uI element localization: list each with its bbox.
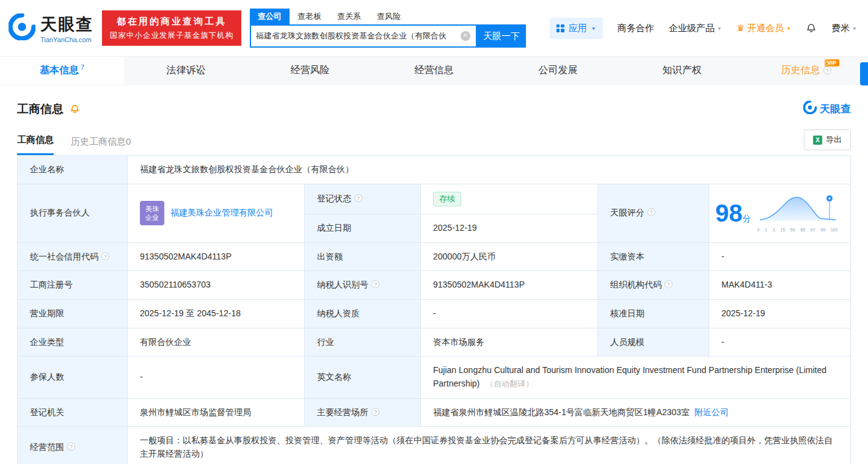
managing-partner-cell: 美珠 企业 福建美珠企业管理有限公司 <box>128 184 305 242</box>
search-tab-relation[interactable]: 查关系 <box>329 9 369 24</box>
status-badge: 存续 <box>433 192 461 206</box>
managing-partner-label: 执行事务合伙人 <box>18 184 128 242</box>
tab-basic-info[interactable]: 基本信息 7 <box>0 57 124 84</box>
credit-code-label: 统一社会信用代码? <box>18 242 128 271</box>
help-icon[interactable]: ? <box>101 252 109 260</box>
tab-operation-risk[interactable]: 经营风险 <box>248 57 372 84</box>
search-tabs: 查公司 查老板 查关系 查风险 <box>250 9 526 24</box>
tab-development-label: 公司发展 <box>539 64 578 77</box>
tab-history-label: 历史信息 <box>781 64 820 77</box>
partner-logo[interactable]: 美珠 企业 <box>140 201 164 225</box>
notifications-bell-icon[interactable] <box>806 22 817 34</box>
apps-label: 应用 <box>569 23 587 34</box>
help-icon[interactable]: ? <box>371 408 379 416</box>
score-cell: 98分 01315508 <box>709 184 851 242</box>
company-nav-tabs: 基本信息 7 法律诉讼 经营风险 经营信息 公司发展 知识产权 VIP 历史信息… <box>0 56 868 85</box>
search-box: × <box>250 24 477 48</box>
english-name-cell: Fujian Longzhu Cultural and Tourism Inno… <box>421 357 851 398</box>
address-label: 主要经营场所? <box>305 398 421 427</box>
company-name-value: 福建省龙珠文旅数创股权投资基金合伙企业（有限合伙） <box>128 156 851 184</box>
est-date-value: 2025-12-19 <box>421 214 598 242</box>
tab-history-info[interactable]: VIP 历史信息 ? <box>744 57 868 84</box>
approval-date-label: 核准日期 <box>598 299 709 328</box>
export-label: 导出 <box>826 134 842 145</box>
score-label: 天眼评分? <box>598 184 709 242</box>
org-code-label: 组织机构代码? <box>598 271 709 300</box>
table-row: 工商注册号 350502110653703 纳税人识别号? 91350502MA… <box>18 271 851 300</box>
export-button[interactable]: X 导出 <box>804 129 851 150</box>
nav-enterprise-products[interactable]: 企业级产品 ▼ <box>669 23 722 34</box>
partner-logo-line1: 美珠 <box>145 205 159 213</box>
staff-size-value: - <box>709 328 851 357</box>
help-icon[interactable]: ? <box>823 67 831 74</box>
help-icon[interactable]: ? <box>371 280 379 288</box>
tab-basic-info-label: 基本信息 <box>40 64 79 77</box>
help-icon[interactable]: ? <box>647 208 655 216</box>
help-icon[interactable]: ? <box>665 280 673 288</box>
top-right-nav: 应用 ▼ 商务合作 企业级产品 ▼ ♛ 开通会员 ▼ 费米 ▼ <box>550 18 857 39</box>
credit-code-label-text: 统一社会信用代码 <box>30 252 98 261</box>
tab-operation-label: 经营信息 <box>415 64 454 77</box>
tab-intellectual-property[interactable]: 知识产权 <box>620 57 744 84</box>
subtab-history-business-info[interactable]: 历史工商信息0 <box>71 136 131 155</box>
address-value: 福建省泉州市鲤城区温陵北路354-1号富临新天地商贸区1幢A2303室 <box>433 407 690 417</box>
business-scope-label: 经营范围? <box>18 427 128 464</box>
tab-ip-label: 知识产权 <box>663 64 702 77</box>
partner-logo-line2: 企业 <box>145 213 159 222</box>
tab-operation-info[interactable]: 经营信息 <box>372 57 496 84</box>
taxpayer-quality-value: - <box>421 299 598 328</box>
promo-line1: 都在用的商业查询工具 <box>117 16 227 27</box>
search-input[interactable] <box>251 32 461 41</box>
tab-company-development[interactable]: 公司发展 <box>496 57 620 84</box>
vip-badge: VIP <box>825 59 840 67</box>
search-tab-risk[interactable]: 查风险 <box>369 9 409 24</box>
user-menu[interactable]: 费米 ▼ <box>831 23 857 34</box>
watermark-logo-icon <box>803 101 817 117</box>
username-label: 费米 <box>831 23 850 34</box>
industry-value: 资本市场服务 <box>421 328 598 357</box>
table-row: 经营范围? 一般项目：以私募基金从事股权投资、投资管理、资产管理等活动（须在中国… <box>18 427 851 464</box>
nearby-companies-link[interactable]: 附近公司 <box>695 407 729 417</box>
est-date-label: 成立日期 <box>305 214 421 242</box>
reg-number-value: 350502110653703 <box>128 271 305 300</box>
apps-grid-icon <box>556 24 564 32</box>
apps-menu[interactable]: 应用 ▼ <box>550 18 603 39</box>
tab-legal-label: 法律诉讼 <box>167 64 206 77</box>
chevron-down-icon: ▼ <box>591 26 596 30</box>
tianyancha-watermark: 天眼查 <box>803 101 851 117</box>
help-icon[interactable]: ? <box>354 194 362 202</box>
promo-line2: 国家中小企业发展子基金旗下机构 <box>110 31 234 41</box>
help-icon[interactable]: ? <box>67 443 75 451</box>
score-value: 98 <box>715 200 743 227</box>
business-scope-value: 一般项目：以私募基金从事股权投资、投资管理、资产管理等活动（须在中国证券投资基金… <box>128 427 851 464</box>
insured-count-value: - <box>128 357 305 398</box>
insured-count-label: 参保人数 <box>18 357 128 398</box>
org-code-value: MAK4D411-3 <box>709 271 851 300</box>
chevron-down-icon: ▼ <box>852 26 857 30</box>
search-tab-boss[interactable]: 查老板 <box>290 9 329 24</box>
cooperation-label: 商务合作 <box>618 23 654 34</box>
top-bar: 天眼查 TianYanCha.com 都在用的商业查询工具 国家中小企业发展子基… <box>0 0 868 56</box>
table-row: 登记机关 泉州市鲤城区市场监督管理局 主要经营场所? 福建省泉州市鲤城区温陵北路… <box>18 398 851 427</box>
clear-search-icon[interactable]: × <box>461 31 470 41</box>
business-term-label: 营业期限 <box>18 299 128 328</box>
paid-capital-label: 实缴资本 <box>598 242 709 271</box>
search-tab-company[interactable]: 查公司 <box>250 9 290 24</box>
tianyancha-logo[interactable]: 天眼查 TianYanCha.com <box>9 13 93 43</box>
company-type-label: 企业类型 <box>18 328 128 357</box>
reg-authority-label: 登记机关 <box>18 398 128 427</box>
partner-company-link[interactable]: 福建美珠企业管理有限公司 <box>170 206 273 220</box>
nav-open-membership[interactable]: ♛ 开通会员 ▼ <box>737 23 791 34</box>
table-row: 统一社会信用代码? 91350502MAK4D4113P 出资额 200000万… <box>18 242 851 271</box>
english-name-label: 英文名称 <box>305 357 421 398</box>
tab-legal-litigation[interactable]: 法律诉讼 <box>124 57 248 84</box>
search-button[interactable]: 天眼一下 <box>477 24 526 48</box>
side-float-widget[interactable] <box>860 62 868 85</box>
business-scope-label-text: 经营范围 <box>30 442 64 452</box>
score-axis: 0131550859799100 <box>757 227 838 234</box>
subscribe-bell-icon[interactable] <box>70 103 80 115</box>
reg-number-label: 工商注册号 <box>18 271 128 300</box>
subtab-business-info[interactable]: 工商信息 <box>17 134 54 155</box>
nav-cooperation[interactable]: 商务合作 <box>618 23 654 34</box>
enterprise-label: 企业级产品 <box>669 23 715 34</box>
